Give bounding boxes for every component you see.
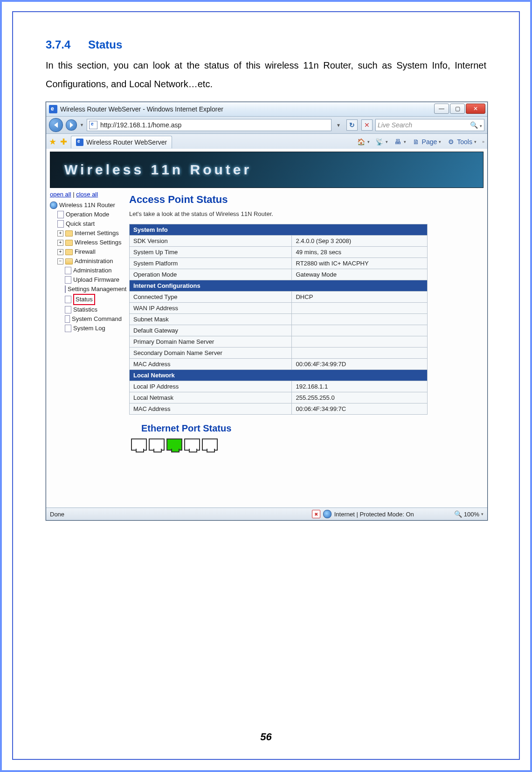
close-all-link[interactable]: close all [76, 191, 98, 198]
home-button[interactable]: 🏠▾ [357, 138, 370, 146]
feeds-button[interactable]: 📡▾ [375, 138, 388, 146]
browser-tab[interactable]: Wireless Router WebServer [71, 136, 172, 148]
tree-item-wireless-settings[interactable]: +Wireless Settings [50, 238, 122, 247]
tree-item-system-command[interactable]: System Command [50, 314, 122, 324]
page-icon: 🗎 [412, 138, 420, 146]
table-row: WAN IP Address [130, 303, 428, 314]
ie-favicon-icon [49, 105, 57, 113]
command-bar-tools: 🏠▾ 📡▾ 🖶▾ 🗎Page▾ ⚙Tools▾ » [357, 138, 484, 146]
protected-mode-shield-icon[interactable]: ✖ [312, 510, 320, 518]
doc-icon [65, 267, 71, 274]
page-inner-frame: 3.7.4 Status In this section, you can lo… [12, 11, 520, 760]
window-title: Wireless Router WebServer - Windows Inte… [60, 105, 223, 113]
page-title: Access Point Status [129, 194, 484, 206]
table-header-system-info: System Info [130, 224, 428, 236]
window-titlebar[interactable]: Wireless Router WebServer - Windows Inte… [46, 102, 487, 117]
search-input[interactable]: Live Search 🔍 ▾ [375, 119, 484, 131]
tree-item-internet-settings[interactable]: +Internet Settings [50, 229, 122, 238]
zoom-level: 100% [464, 511, 479, 518]
nav-history-dropdown[interactable]: ▼ [80, 123, 84, 127]
window-controls: — ▢ ✕ [434, 104, 485, 114]
zoom-dropdown-icon[interactable]: ▾ [481, 512, 484, 516]
table-row: Default Gateway [130, 325, 428, 336]
close-button[interactable]: ✕ [466, 104, 485, 114]
forward-button[interactable] [66, 119, 77, 131]
search-placeholder: Live Search [378, 121, 412, 129]
screenshot-ie-window: Wireless Router WebServer - Windows Inte… [46, 102, 488, 521]
stop-button[interactable]: ✕ [361, 119, 373, 131]
favorites-star-icon[interactable]: ★ [49, 137, 56, 147]
table-row: System PlatformRT2880 with IC+ MACPHY [130, 258, 428, 269]
ethernet-port-5 [202, 438, 218, 451]
address-bar-row: ▼ http://192.168.1.1/home.asp ▼ ↻ ✕ Live… [46, 117, 487, 134]
table-row: Operation ModeGateway Mode [130, 269, 428, 280]
table-header-local: Local Network [130, 370, 428, 381]
minimize-button[interactable]: — [434, 104, 449, 114]
doc-icon [65, 296, 71, 303]
section-number: 3.7.4 [46, 38, 70, 51]
ethernet-port-1 [131, 438, 147, 451]
internet-zone-icon[interactable] [323, 510, 332, 518]
tree-item-operation-mode[interactable]: Operation Mode [50, 210, 122, 219]
refresh-button[interactable]: ↻ [346, 119, 358, 131]
folder-open-icon [65, 258, 73, 264]
tools-menu-label: Tools [457, 138, 472, 146]
main-panel: Access Point Status Let's take a look at… [122, 191, 484, 451]
statusbar-center: ✖ Internet | Protected Mode: On 🔍 100% ▾ [312, 510, 484, 518]
webpage-viewport: Wireless 11n Router open all | close all [46, 149, 487, 508]
nav-tree: Wireless 11N Router Operation Mode Quick… [50, 201, 122, 333]
sidebar-nav: open all | close all Wireless 11N Router… [50, 191, 122, 451]
tree-item-administration[interactable]: −Administration [50, 257, 122, 266]
tab-favicon-icon [76, 139, 83, 146]
tree-item-firewall[interactable]: +Firewall [50, 247, 122, 257]
address-dropdown[interactable]: ▼ [334, 123, 343, 128]
tree-item-status-highlighted: Status [73, 294, 95, 305]
status-table: System Info SDK Version2.4.0.0 (Sep 3 20… [129, 224, 428, 415]
search-icon[interactable]: 🔍 ▾ [470, 121, 482, 129]
print-button[interactable]: 🖶▾ [394, 138, 406, 146]
table-row: System Up Time49 mins, 28 secs [130, 247, 428, 258]
table-row: Subnet Mask [130, 314, 428, 325]
open-all-link[interactable]: open all [50, 191, 71, 198]
table-row: Local Netmask255.255.255.0 [130, 392, 428, 403]
expand-icon[interactable]: + [57, 249, 63, 255]
tree-item-status[interactable]: Status [50, 294, 122, 305]
globe-icon [50, 202, 57, 209]
print-icon: 🖶 [394, 138, 402, 146]
page-favicon-icon [89, 121, 97, 129]
doc-icon [65, 276, 71, 284]
ethernet-ports [129, 438, 484, 451]
rss-icon: 📡 [375, 138, 384, 146]
folder-icon [65, 230, 73, 236]
expand-icon[interactable]: + [57, 230, 63, 236]
table-header-internet: Internet Configurations [130, 280, 428, 292]
tree-item-upload-firmware[interactable]: Upload Firmware [50, 275, 122, 285]
collapse-icon[interactable]: − [57, 258, 63, 264]
tree-item-statistics[interactable]: Statistics [50, 305, 122, 314]
add-favorite-icon[interactable]: ✚ [60, 137, 67, 147]
ethernet-port-3-active [166, 438, 182, 451]
home-icon: 🏠 [357, 138, 366, 146]
table-row: Primary Domain Name Server [130, 336, 428, 348]
back-button[interactable] [49, 118, 63, 132]
tree-item-quick-start[interactable]: Quick start [50, 219, 122, 229]
tree-item-admin-administration[interactable]: Administration [50, 266, 122, 275]
page-menu[interactable]: 🗎Page▾ [412, 138, 442, 146]
tools-menu[interactable]: ⚙Tools▾ [447, 138, 477, 146]
zoom-icon: 🔍 [454, 510, 462, 518]
tree-item-system-log[interactable]: System Log [50, 324, 122, 333]
maximize-button[interactable]: ▢ [450, 104, 465, 114]
tree-item-settings-management[interactable]: Settings Management [50, 285, 122, 294]
tree-root-label: Wireless 11N Router [59, 201, 115, 210]
chevron-more-icon[interactable]: » [482, 139, 484, 144]
address-input[interactable]: http://192.168.1.1/home.asp [87, 119, 332, 131]
tree-root[interactable]: Wireless 11N Router [50, 201, 122, 210]
doc-icon [57, 211, 64, 218]
document-page: 3.7.4 Status In this section, you can lo… [0, 0, 532, 772]
webpage-columns: open all | close all Wireless 11N Router… [50, 191, 484, 451]
expand-icon[interactable]: + [57, 240, 63, 246]
folder-icon [65, 249, 73, 255]
page-menu-label: Page [422, 138, 437, 146]
zoom-control[interactable]: 🔍 100% ▾ [454, 510, 484, 518]
table-row: Connected TypeDHCP [130, 292, 428, 303]
